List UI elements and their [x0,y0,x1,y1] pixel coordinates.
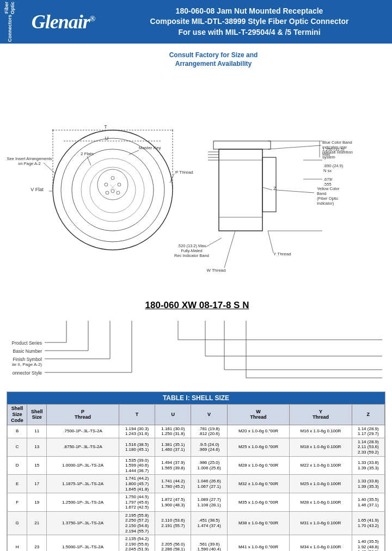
svg-text:Master Key: Master Key [139,145,161,150]
svg-text:(Fiber Optic: (Fiber Optic [317,196,338,201]
svg-point-11 [117,191,120,194]
svg-text:P Thread: P Thread [175,170,193,175]
sidebar-label: Fiber Optic Connectors [0,0,20,44]
svg-text:Basic Number: Basic Number [13,348,42,354]
svg-text:Finish Symbol: Finish Symbol [13,357,42,362]
svg-rect-33 [219,149,262,231]
svg-point-2 [72,149,154,231]
table-cell: 15 [27,456,47,475]
table-row: C13.8750-1P-.3L-TS-2A1.516 (38.5) 1.180 … [8,438,385,456]
svg-text:Yellow Color: Yellow Color [317,186,340,191]
table-cell: C [8,438,27,456]
page-header: Fiber Optic Connectors Glenair® 180-060-… [0,0,392,44]
svg-line-43 [262,187,272,190]
table-cell: 1.089 (27.7) 1.108 (28.1) [191,493,227,512]
svg-line-60 [224,231,235,268]
svg-line-62 [268,231,273,253]
logo-area: Glenair® [20,0,107,44]
table-cell: M16 x 1.0-6g 0.100R [290,425,352,438]
table-cell: B [8,425,27,438]
table-cell: M31 x 1.0-6g 0.100R [290,511,352,535]
col-header-w-thread: WThread [227,405,289,425]
svg-text:(See Table II, Page A-2): (See Table II, Page A-2) [12,362,42,367]
col-header-shell-size: ShellSize [27,405,47,425]
table-cell: 1.33 (33.8) 1.39 (35.3) [352,456,384,475]
table-cell: H [8,535,27,551]
table-cell: 1.750 (44.5) 1.797 (45.6) 1.672 (42.5) [119,493,155,512]
table-cell: 1.741 (44.2) 1.780 (45.2) [155,475,191,493]
table-cell: G [8,511,27,535]
table-row: F191.2500-1P-.3L-TS-2A1.750 (44.5) 1.797… [8,493,385,512]
consult-line2: Arrangement Availability [39,60,388,69]
logo-name: Glenair [32,11,90,33]
svg-point-3 [81,158,144,222]
svg-line-58 [205,238,222,247]
consult-line1: Consult Factory for Size and [39,51,388,60]
table-cell: 23 [27,535,47,551]
table-cell: M22 x 1.0-6g 0.100R [290,456,352,475]
table-cell: M18 x 1.0-6g 0.100R [290,438,352,456]
svg-point-8 [111,176,114,180]
table-row: H231.5000-1P-.3L-TS-2A2.135 (54.2) 2.190… [8,535,385,551]
table-cell: 1.3750-1P-.3L-TS-2A [47,511,119,535]
shell-size-table: TABLE I: SHELL SIZE ShellSizeCode ShellS… [7,391,385,551]
main-content: Consult Factory for Size and Arrangement… [0,44,392,551]
diagram-area: Consult Factory for Size and Arrangement… [7,48,385,387]
svg-text:T: T [104,124,107,130]
table-cell: 1.14 (28.9) 1.17 (29.7) [352,425,384,438]
part-number-section: 180-060 XW 08-17-8 S N Product Series Ba… [7,300,388,387]
table-cell: .8750-1P-.3L-TS-2A [47,438,119,456]
table-cell: .986 (25.0) 1.006 (25.6) [191,456,227,475]
technical-drawing: T 2 Flats U V Flat See Insert Arrangemen… [7,70,388,300]
table-cell: F [8,493,27,512]
col-header-t: T [119,405,155,425]
table-row: D151.0000-1P-.3L-TS-2A1.535 (39.0) 1.599… [8,456,385,475]
table-cell: 1.194 (30.3) 1.243 (31.6) [119,425,155,438]
table-cell: 1.14 (28.9) 2.11 (53.6) 2.33 (59.2) [352,438,384,456]
table-cell: 1.494 (37.9) 1.565 (39.8) [155,456,191,475]
svg-text:on Page A-2: on Page A-2 [18,161,40,166]
table-cell: 1.2500-1P-.3L-TS-2A [47,493,119,512]
col-header-v: V [191,405,227,425]
table-cell: 1.381 (35.1) 1.460 (37.1) [155,438,191,456]
table-cell: 1.1875-1P-.3L-TS-2A [47,475,119,493]
svg-line-28 [44,163,56,174]
svg-line-72 [268,145,321,149]
table-row: B11.7500-1P-.3L-TS-2A1.194 (30.3) 1.243 … [8,425,385,438]
table-cell: M32 x 1.0-6g 0."00R [227,475,289,493]
title-line1: 180-060-08 Jam Nut Mounted Receptacle [150,6,349,17]
table-cell: .9-5 (24.0) .969 (24.6) [191,438,227,456]
table-cell: E [8,475,27,493]
data-table: ShellSizeCode ShellSize PThread T U V WT… [7,404,385,551]
sidebar-text2: Connectors [7,15,13,42]
svg-text:N sx: N sx [323,168,332,173]
svg-point-6 [105,183,108,186]
table-cell: M34 x 1.0-6g 0.100R [290,535,352,551]
part-number: 180-060 XW 08-17-8 S N [12,300,382,311]
table-cell: 1.40 (35.5) 1.92 (48.8) 1.42 (36.1) [352,535,384,551]
table-cell: .451 (38.5) 1.474 (37.4) [191,511,227,535]
consult-factory-note: Consult Factory for Size and Arrangement… [39,51,388,68]
table-cell: 2.205 (56.0) 2.286 (58.1) [155,535,191,551]
svg-text:release retention: release retention [322,150,353,155]
svg-text:Indicator): Indicator) [317,201,334,206]
svg-rect-40 [262,157,276,212]
table-cell: 2.195 (55.8) 2.250 (57.2) 2.150 (54.6) 2… [119,511,155,535]
svg-text:.679/: .679/ [323,177,333,182]
svg-point-4 [90,167,136,213]
svg-text:.520 (13.2) Max: .520 (13.2) Max [177,243,206,248]
svg-text:.890 (24.9): .890 (24.9) [323,163,344,168]
table-cell: M28 x 1.0-6g 0.100R [290,493,352,512]
table-cell: .561 (39.6) 1.590 (40.4) [191,535,227,551]
table-cell: M38 x 1.0-6g 0."00R [227,511,289,535]
table-cell: 1.741 (44.2) 1.800 (45.7) 1.645 (41.8) [119,475,155,493]
header-title-area: 180-060-08 Jam Nut Mounted Receptacle Co… [107,0,392,44]
table-cell: M41 x 1.0-6g 0."00R [227,535,289,551]
table-cell: M28 x 1.0-6g 0."00R [227,456,289,475]
company-logo: Glenair® [32,10,95,33]
table-cell: 1.40 (35.5) 1.46 (37.1) [352,493,384,512]
table-cell: 1.872 (47.5) 1.900 (48.3) [155,493,191,512]
table-cell: 1.535 (39.0) 1.599 (40.6) 1.444 (36.7) [119,456,155,475]
table-cell: D [8,456,27,475]
svg-rect-41 [213,141,271,149]
